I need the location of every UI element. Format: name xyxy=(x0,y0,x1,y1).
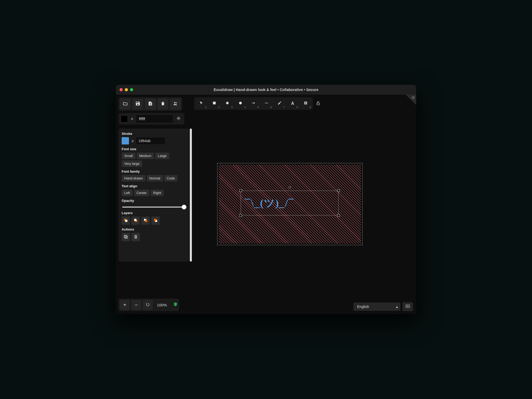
font-family-normal[interactable]: Normal xyxy=(147,175,163,182)
resize-handle-se[interactable] xyxy=(337,214,340,217)
background-swatch[interactable] xyxy=(121,115,128,123)
svg-rect-15 xyxy=(145,220,147,222)
circle-icon xyxy=(238,101,243,106)
svg-rect-19 xyxy=(124,235,127,238)
save-button[interactable] xyxy=(132,99,143,110)
export-button[interactable] xyxy=(145,99,156,110)
grid-icon xyxy=(304,101,308,106)
background-hex-input[interactable] xyxy=(136,115,173,123)
minimize-window-button[interactable] xyxy=(125,88,128,91)
copy-icon xyxy=(123,234,128,240)
svg-rect-17 xyxy=(154,219,156,221)
bring-forward-button[interactable] xyxy=(141,216,150,225)
app-window: Excalidraw | Hand-drawn look & feel • Co… xyxy=(116,85,416,314)
language-selector[interactable]: English ▴ xyxy=(353,303,400,311)
titlebar: Excalidraw | Hand-drawn look & feel • Co… xyxy=(116,85,416,95)
draw-tool[interactable]: 7 xyxy=(273,98,286,109)
export-icon xyxy=(148,101,153,107)
keyboard-icon xyxy=(405,304,410,310)
resize-handle-sw[interactable] xyxy=(239,214,242,217)
zoom-in-button[interactable]: + xyxy=(120,300,130,310)
library-tool[interactable]: 9 xyxy=(299,98,312,109)
text-element[interactable]: ¯\_(ツ)_/¯ xyxy=(245,196,294,210)
zoom-toolbar: + − 100% xyxy=(119,299,179,311)
svg-rect-5 xyxy=(306,102,307,103)
window-title: Excalidraw | Hand-drawn look & feel • Co… xyxy=(116,88,416,92)
text-align-right[interactable]: Right xyxy=(151,190,164,196)
arrow-tool[interactable]: 5 xyxy=(247,98,260,109)
panel-scrollbar[interactable] xyxy=(190,129,192,262)
font-size-small[interactable]: Small xyxy=(122,153,135,159)
tool-shortcut: 2 xyxy=(218,106,220,108)
selection-tool[interactable]: 1 xyxy=(195,98,208,109)
bring-to-front-button[interactable] xyxy=(151,216,160,225)
svg-rect-2 xyxy=(213,102,216,105)
collaborate-button[interactable] xyxy=(170,99,181,110)
text-tool[interactable]: A8 xyxy=(286,98,299,109)
open-button[interactable] xyxy=(120,99,131,110)
rectangle-tool[interactable]: 2 xyxy=(208,98,221,109)
stroke-label: Stroke xyxy=(122,132,186,136)
svg-rect-23 xyxy=(408,306,409,306)
maximize-window-button[interactable] xyxy=(130,88,133,91)
send-to-back-button[interactable] xyxy=(122,216,130,225)
line-icon xyxy=(264,101,269,106)
svg-rect-24 xyxy=(407,306,409,307)
svg-rect-4 xyxy=(304,102,306,103)
send-backward-button[interactable] xyxy=(132,216,140,225)
svg-point-1 xyxy=(176,102,177,103)
diamond-tool[interactable]: 3 xyxy=(221,98,234,109)
stroke-swatch[interactable] xyxy=(122,137,129,144)
text-icon: A xyxy=(291,101,294,106)
hash-label: # xyxy=(131,139,135,143)
reset-zoom-button[interactable] xyxy=(143,300,153,310)
bottom-right-toolbar: English ▴ xyxy=(353,302,413,311)
pencil-icon xyxy=(277,101,282,106)
tool-shortcut: 4 xyxy=(244,106,246,108)
svg-point-9 xyxy=(178,118,179,119)
clear-canvas-button[interactable] xyxy=(157,99,168,110)
cursor-icon xyxy=(199,101,204,106)
plus-icon: + xyxy=(123,302,126,308)
close-window-button[interactable] xyxy=(120,88,123,91)
resize-handle-nw[interactable] xyxy=(239,189,242,192)
font-size-large[interactable]: Large xyxy=(155,153,169,159)
text-align-left[interactable]: Left xyxy=(122,190,133,196)
trash-icon xyxy=(160,101,165,107)
svg-rect-18 xyxy=(125,236,127,238)
font-size-very-large[interactable]: Very large xyxy=(122,160,142,167)
line-tool[interactable]: 6 xyxy=(260,98,273,109)
hash-label: # xyxy=(130,117,134,121)
github-ribbon[interactable] xyxy=(406,95,416,105)
font-family-code[interactable]: Code xyxy=(164,175,178,182)
lock-button[interactable] xyxy=(314,100,322,108)
opacity-slider[interactable] xyxy=(122,207,186,208)
svg-rect-21 xyxy=(406,306,407,306)
app-body: 1 2 3 4 5 6 7 A8 9 # Stroke # xyxy=(116,95,416,314)
resize-handle-ne[interactable] xyxy=(337,189,340,192)
svg-rect-7 xyxy=(306,103,307,105)
font-size-medium[interactable]: Medium xyxy=(137,153,154,159)
zoom-level: 100% xyxy=(154,303,169,307)
language-label: English xyxy=(357,305,369,309)
ellipse-tool[interactable]: 4 xyxy=(234,98,247,109)
bring-to-front-icon xyxy=(153,218,158,223)
text-align-center[interactable]: Center xyxy=(134,190,149,196)
shortcuts-button[interactable] xyxy=(403,302,413,311)
reset-icon xyxy=(146,302,150,308)
svg-point-0 xyxy=(174,102,175,103)
font-family-handdrawn[interactable]: Hand-drawn xyxy=(122,175,145,182)
shape-toolbar: 1 2 3 4 5 6 7 A8 9 xyxy=(194,97,313,110)
zoom-out-button[interactable]: − xyxy=(131,300,141,310)
svg-rect-13 xyxy=(134,219,136,221)
rotation-handle[interactable] xyxy=(288,186,291,189)
settings-button[interactable] xyxy=(175,115,182,123)
actions-label: Actions xyxy=(122,227,186,231)
stroke-hex-input[interactable] xyxy=(136,137,165,144)
delete-button[interactable] xyxy=(132,233,140,241)
trash-icon xyxy=(133,234,138,240)
duplicate-button[interactable] xyxy=(122,233,130,241)
svg-rect-20 xyxy=(406,305,410,307)
encryption-indicator[interactable] xyxy=(173,302,178,308)
text-align-label: Text align xyxy=(122,184,186,188)
